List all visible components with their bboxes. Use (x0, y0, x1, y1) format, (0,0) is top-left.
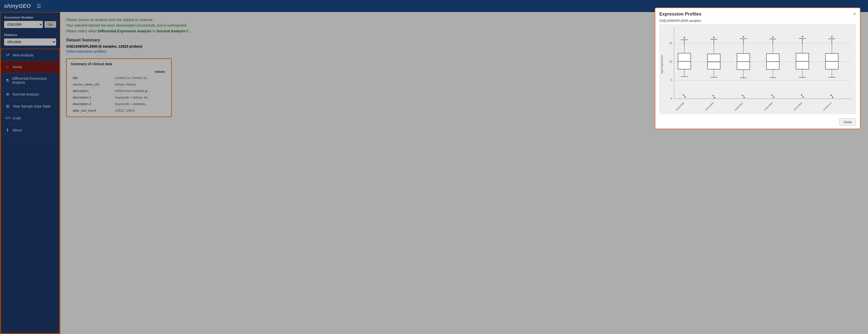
modal-close-x-button[interactable]: × (853, 11, 856, 17)
svg-point-48 (772, 36, 774, 38)
svg-point-28 (713, 37, 715, 38)
svg-point-18 (684, 37, 685, 39)
chart-subtitle: GSE1009/GPL8300 samples (659, 19, 856, 23)
svg-point-40 (743, 97, 745, 98)
modal-footer: Close (655, 116, 860, 129)
modal-header: Expression Profiles × (655, 8, 860, 19)
svg-text:5: 5 (671, 78, 672, 81)
expression-chart: log2 expression 0 5 10 15 (659, 24, 856, 114)
svg-point-69 (830, 95, 832, 96)
modal-overlay: Expression Profiles × GSE1009/GPL8300 sa… (0, 0, 868, 334)
svg-point-49 (771, 95, 773, 96)
svg-point-50 (773, 97, 774, 98)
svg-point-58 (802, 36, 803, 37)
svg-point-39 (742, 95, 743, 96)
modal-title: Expression Profiles (659, 11, 702, 17)
expression-profiles-modal: Expression Profiles × GSE1009/GPL8300 sa… (655, 7, 861, 129)
svg-point-30 (714, 97, 715, 99)
svg-point-70 (832, 97, 833, 98)
svg-text:0: 0 (671, 97, 672, 100)
modal-close-button[interactable]: Close (839, 119, 856, 126)
modal-body: GSE1009/GPL8300 samples log2 expression (655, 19, 860, 116)
svg-point-68 (831, 36, 833, 38)
svg-text:15: 15 (669, 42, 672, 45)
svg-text:log2 expression: log2 expression (660, 55, 663, 74)
svg-point-60 (802, 96, 804, 98)
svg-rect-1 (674, 27, 851, 101)
svg-point-59 (801, 94, 802, 96)
svg-text:10: 10 (669, 60, 672, 63)
svg-point-20 (684, 96, 686, 98)
svg-point-19 (683, 94, 684, 96)
svg-point-38 (743, 36, 744, 38)
svg-point-29 (712, 95, 714, 97)
chart-area: log2 expression 0 5 10 15 (659, 24, 856, 114)
